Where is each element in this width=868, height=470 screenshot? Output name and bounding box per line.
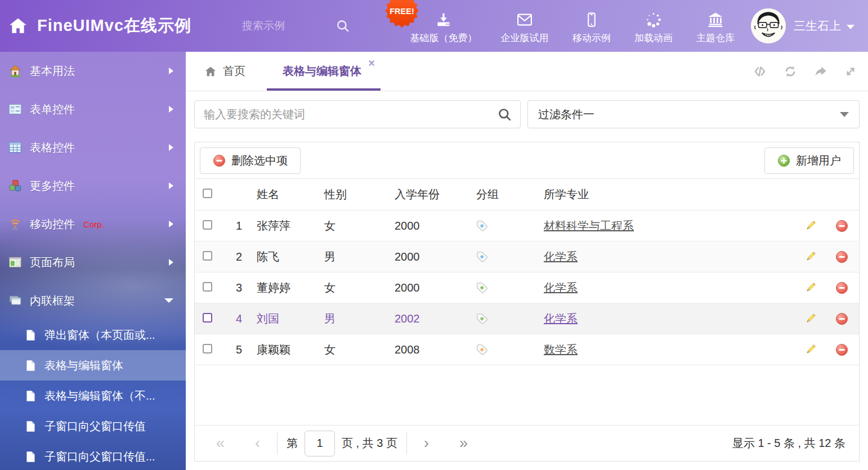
nav-enterprise-trial[interactable]: 企业版试用: [495, 0, 554, 52]
select-all-checkbox[interactable]: [203, 189, 212, 198]
main-content: 首页 表格与编辑窗体 ×: [186, 52, 868, 470]
row-number: 5: [224, 343, 244, 356]
header-search-input[interactable]: [242, 20, 332, 32]
nav-label: 加载动画: [634, 32, 673, 44]
tab-label: 首页: [223, 64, 245, 79]
delete-button[interactable]: [824, 250, 859, 263]
last-page-button[interactable]: »: [451, 436, 476, 451]
row-checkbox[interactable]: [203, 344, 212, 353]
user-menu[interactable]: 三生石上: [794, 0, 854, 52]
search-icon[interactable]: [335, 19, 350, 33]
cell-name: 董婷婷: [244, 280, 317, 296]
major-link[interactable]: 材料科学与工程系: [544, 220, 634, 232]
major-link[interactable]: 化学系: [544, 281, 578, 294]
button-label: 删除选中项: [231, 153, 288, 168]
row-checkbox[interactable]: [203, 220, 212, 230]
table-row[interactable]: 5 康颖颖 女 2008 数学系: [195, 334, 859, 365]
tag-icon: [476, 220, 488, 232]
major-link[interactable]: 化学系: [544, 312, 578, 325]
edit-button[interactable]: [797, 281, 824, 294]
code-icon[interactable]: [752, 64, 768, 79]
app-title: FineUIMvc在线示例: [37, 15, 191, 37]
sidebar-item-mobile-controls[interactable]: 移动控件 Corp.: [0, 205, 186, 243]
search-icon[interactable]: [497, 107, 512, 122]
cell-name: 陈飞: [244, 249, 317, 265]
document-icon: [25, 360, 37, 371]
sidebar-subitem-grid-edit-window[interactable]: 表格与编辑窗体: [0, 350, 186, 381]
sidebar-item-basic-usage[interactable]: 基本用法: [0, 52, 186, 90]
edit-button[interactable]: [797, 343, 824, 356]
nav-mobile-demo[interactable]: 移动示例: [567, 0, 616, 52]
frames-icon: [8, 293, 23, 308]
expand-icon[interactable]: [843, 64, 858, 79]
table-row[interactable]: 1 张萍萍 女 2000 材料科学与工程系: [195, 211, 859, 241]
close-icon[interactable]: ×: [368, 57, 375, 69]
chevron-right-icon: [169, 144, 173, 151]
filter-row: 过滤条件一: [194, 100, 860, 128]
sidebar-subitem-child-to-parent-2[interactable]: 子窗口向父窗口传值...: [0, 441, 186, 470]
sidebar-subitem-grid-edit-window-2[interactable]: 表格与编辑窗体（不...: [0, 381, 186, 411]
tag-icon: [476, 282, 488, 294]
tab-grid-edit-window[interactable]: 表格与编辑窗体 ×: [267, 52, 381, 91]
next-page-button[interactable]: ›: [416, 436, 437, 451]
major-link[interactable]: 数学系: [544, 343, 578, 356]
sidebar-subitem-popup-window[interactable]: 弹出窗体（本页面或...: [0, 320, 186, 350]
edit-button[interactable]: [797, 312, 824, 325]
chevron-right-icon: [169, 106, 173, 113]
sidebar-subitem-child-to-parent[interactable]: 子窗口向父窗口传值: [0, 411, 186, 441]
column-header-gender: 性别: [317, 187, 386, 202]
sidebar-item-page-layout[interactable]: 页面布局: [0, 243, 186, 281]
bank-icon: [706, 11, 724, 28]
chevron-right-icon: [169, 68, 173, 74]
prev-page-button[interactable]: ‹: [247, 436, 268, 451]
cell-gender: 女: [317, 280, 386, 296]
page-number-input[interactable]: [305, 431, 335, 456]
table-row-selected[interactable]: 4 刘国 男 2002 化学系: [195, 303, 859, 334]
add-user-button[interactable]: 新增用户: [764, 147, 854, 174]
row-checkbox[interactable]: [203, 282, 212, 292]
delete-button[interactable]: [824, 281, 859, 294]
cell-year: 2008: [386, 343, 469, 356]
major-link[interactable]: 化学系: [544, 250, 578, 263]
row-checkbox[interactable]: [203, 313, 212, 323]
delete-selected-button[interactable]: 删除选中项: [200, 147, 301, 174]
sidebar-item-inline-frames[interactable]: 内联框架: [0, 281, 186, 320]
edit-button[interactable]: [797, 220, 824, 232]
first-page-button[interactable]: «: [208, 436, 232, 451]
chevron-right-icon: [169, 182, 173, 189]
filter-dropdown[interactable]: 过滤条件一: [527, 100, 860, 128]
page-prefix: 第: [287, 436, 298, 451]
cell-name: 张萍萍: [244, 218, 317, 234]
sidebar-item-grid-controls[interactable]: 表格控件: [0, 128, 186, 167]
nav-basic-free[interactable]: 基础版（免费）: [405, 0, 482, 52]
cell-name: 刘国: [244, 311, 317, 326]
nav-theme-repository[interactable]: 主题仓库: [691, 0, 740, 52]
nav-label: 移动示例: [572, 32, 611, 44]
sidebar-item-form-controls[interactable]: 表单控件: [0, 90, 186, 128]
chevron-right-icon: [169, 221, 173, 227]
minus-circle-icon: [213, 154, 226, 167]
tab-bar: 首页 表格与编辑窗体 ×: [186, 52, 868, 91]
refresh-icon[interactable]: [782, 64, 798, 79]
table-row[interactable]: 3 董婷婷 女 2000 化学系: [195, 272, 859, 303]
nav-loading-animation[interactable]: 加载动画: [629, 0, 678, 52]
table-icon: [8, 140, 23, 155]
nav-label: 基础版（免费）: [410, 32, 477, 44]
filter-dropdown-value: 过滤条件一: [538, 107, 594, 122]
avatar[interactable]: [751, 8, 786, 43]
nav-label: 主题仓库: [696, 32, 735, 44]
table-row[interactable]: 2 陈飞 男 2000 化学系: [195, 241, 859, 272]
delete-button[interactable]: [824, 312, 859, 325]
app-logo[interactable]: FineUIMvc在线示例: [8, 0, 191, 52]
tag-icon: [476, 251, 488, 263]
delete-button[interactable]: [824, 343, 859, 356]
share-icon[interactable]: [813, 64, 829, 79]
delete-button[interactable]: [824, 220, 859, 232]
sidebar-item-more-controls[interactable]: 更多控件: [0, 167, 186, 205]
edit-button[interactable]: [797, 250, 824, 263]
active-tab-underline: [267, 88, 381, 91]
keyword-search-input[interactable]: [204, 108, 497, 121]
column-header-group: 分组: [469, 187, 536, 202]
row-checkbox[interactable]: [203, 251, 212, 261]
tab-home[interactable]: 首页: [190, 52, 259, 91]
